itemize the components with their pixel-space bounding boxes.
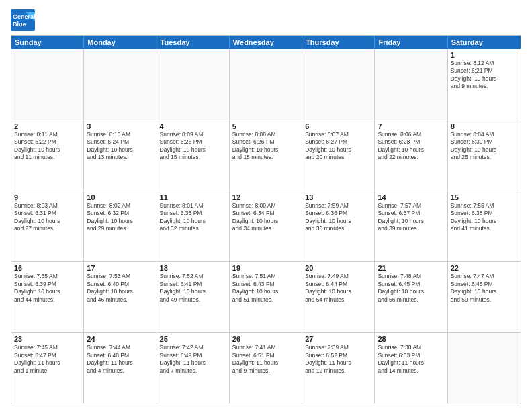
day-info: Sunrise: 7:59 AM Sunset: 6:36 PM Dayligh… (305, 202, 371, 233)
calendar-day-cell: 21Sunrise: 7:48 AM Sunset: 6:45 PM Dayli… (375, 262, 447, 332)
day-info: Sunrise: 8:08 AM Sunset: 6:26 PM Dayligh… (232, 131, 299, 162)
day-number: 28 (378, 335, 444, 343)
day-number: 17 (87, 264, 153, 272)
day-info: Sunrise: 7:44 AM Sunset: 6:48 PM Dayligh… (87, 344, 153, 375)
day-info: Sunrise: 7:41 AM Sunset: 6:51 PM Dayligh… (232, 344, 299, 375)
calendar-day-cell: 23Sunrise: 7:45 AM Sunset: 6:47 PM Dayli… (11, 333, 84, 404)
calendar-empty-cell (375, 49, 447, 120)
calendar-day-cell: 15Sunrise: 7:56 AM Sunset: 6:38 PM Dayli… (448, 191, 521, 262)
day-info: Sunrise: 7:45 AM Sunset: 6:47 PM Dayligh… (14, 344, 81, 375)
day-number: 9 (14, 193, 81, 201)
calendar-day-cell: 10Sunrise: 8:02 AM Sunset: 6:32 PM Dayli… (84, 191, 157, 262)
calendar-day-cell: 3Sunrise: 8:10 AM Sunset: 6:24 PM Daylig… (84, 120, 157, 191)
day-number: 1 (451, 51, 518, 59)
day-number: 7 (378, 122, 444, 130)
day-info: Sunrise: 7:56 AM Sunset: 6:38 PM Dayligh… (451, 202, 518, 233)
day-number: 22 (451, 264, 518, 272)
calendar-empty-cell (302, 49, 375, 120)
calendar-day-cell: 8Sunrise: 8:04 AM Sunset: 6:30 PM Daylig… (448, 120, 521, 191)
day-info: Sunrise: 8:06 AM Sunset: 6:28 PM Dayligh… (378, 131, 444, 162)
day-number: 14 (378, 193, 444, 201)
calendar-day-cell: 28Sunrise: 7:38 AM Sunset: 6:53 PM Dayli… (375, 333, 447, 404)
day-number: 19 (232, 264, 299, 272)
day-info: Sunrise: 8:12 AM Sunset: 6:21 PM Dayligh… (451, 60, 518, 91)
calendar-row: 1Sunrise: 8:12 AM Sunset: 6:21 PM Daylig… (11, 49, 521, 120)
calendar-day-cell: 22Sunrise: 7:47 AM Sunset: 6:46 PM Dayli… (448, 262, 521, 332)
day-number: 26 (232, 335, 299, 343)
calendar-day-cell: 2Sunrise: 8:11 AM Sunset: 6:22 PM Daylig… (11, 120, 84, 191)
day-info: Sunrise: 7:51 AM Sunset: 6:43 PM Dayligh… (232, 273, 299, 304)
day-number: 24 (87, 335, 153, 343)
weekday-header: Thursday (302, 36, 375, 49)
calendar-day-cell: 19Sunrise: 7:51 AM Sunset: 6:43 PM Dayli… (230, 262, 302, 332)
day-info: Sunrise: 7:55 AM Sunset: 6:39 PM Dayligh… (14, 273, 81, 304)
weekday-header: Tuesday (157, 36, 230, 49)
calendar: SundayMondayTuesdayWednesdayThursdayFrid… (11, 35, 521, 404)
calendar-row: 2Sunrise: 8:11 AM Sunset: 6:22 PM Daylig… (11, 120, 521, 191)
calendar-day-cell: 20Sunrise: 7:49 AM Sunset: 6:44 PM Dayli… (302, 262, 375, 332)
day-info: Sunrise: 7:53 AM Sunset: 6:40 PM Dayligh… (87, 273, 153, 304)
day-info: Sunrise: 7:42 AM Sunset: 6:49 PM Dayligh… (160, 344, 226, 375)
calendar-row: 23Sunrise: 7:45 AM Sunset: 6:47 PM Dayli… (11, 332, 521, 404)
header: General Blue (11, 7, 521, 31)
calendar-empty-cell (157, 49, 230, 120)
weekday-header: Friday (375, 36, 447, 49)
calendar-header: SundayMondayTuesdayWednesdayThursdayFrid… (11, 36, 521, 49)
day-info: Sunrise: 8:00 AM Sunset: 6:34 PM Dayligh… (232, 202, 299, 233)
day-number: 15 (451, 193, 518, 201)
weekday-header: Monday (84, 36, 157, 49)
day-number: 4 (160, 122, 226, 130)
day-info: Sunrise: 8:02 AM Sunset: 6:32 PM Dayligh… (87, 202, 153, 233)
calendar-day-cell: 17Sunrise: 7:53 AM Sunset: 6:40 PM Dayli… (84, 262, 157, 332)
day-number: 10 (87, 193, 153, 201)
calendar-day-cell: 12Sunrise: 8:00 AM Sunset: 6:34 PM Dayli… (230, 191, 302, 262)
page: General Blue SundayMondayTuesdayWednesda… (0, 0, 532, 411)
day-number: 25 (160, 335, 226, 343)
calendar-day-cell: 5Sunrise: 8:08 AM Sunset: 6:26 PM Daylig… (230, 120, 302, 191)
calendar-day-cell: 14Sunrise: 7:57 AM Sunset: 6:37 PM Dayli… (375, 191, 447, 262)
day-number: 3 (87, 122, 153, 130)
day-info: Sunrise: 8:03 AM Sunset: 6:31 PM Dayligh… (14, 202, 81, 233)
weekday-header: Wednesday (230, 36, 302, 49)
day-number: 23 (14, 335, 81, 343)
calendar-day-cell: 18Sunrise: 7:52 AM Sunset: 6:41 PM Dayli… (157, 262, 230, 332)
day-number: 16 (14, 264, 81, 272)
day-info: Sunrise: 8:11 AM Sunset: 6:22 PM Dayligh… (14, 131, 81, 162)
day-info: Sunrise: 8:07 AM Sunset: 6:27 PM Dayligh… (305, 131, 371, 162)
day-info: Sunrise: 7:57 AM Sunset: 6:37 PM Dayligh… (378, 202, 444, 233)
weekday-header: Saturday (448, 36, 521, 49)
day-number: 20 (305, 264, 371, 272)
calendar-day-cell: 6Sunrise: 8:07 AM Sunset: 6:27 PM Daylig… (302, 120, 375, 191)
day-info: Sunrise: 7:47 AM Sunset: 6:46 PM Dayligh… (451, 273, 518, 304)
calendar-day-cell: 25Sunrise: 7:42 AM Sunset: 6:49 PM Dayli… (157, 333, 230, 404)
day-info: Sunrise: 7:48 AM Sunset: 6:45 PM Dayligh… (378, 273, 444, 304)
day-info: Sunrise: 8:10 AM Sunset: 6:24 PM Dayligh… (87, 131, 153, 162)
day-number: 6 (305, 122, 371, 130)
day-number: 21 (378, 264, 444, 272)
svg-text:General: General (13, 13, 36, 20)
calendar-day-cell: 27Sunrise: 7:39 AM Sunset: 6:52 PM Dayli… (302, 333, 375, 404)
calendar-day-cell: 1Sunrise: 8:12 AM Sunset: 6:21 PM Daylig… (448, 49, 521, 120)
calendar-row: 16Sunrise: 7:55 AM Sunset: 6:39 PM Dayli… (11, 261, 521, 332)
day-number: 18 (160, 264, 226, 272)
day-number: 11 (160, 193, 226, 201)
day-number: 5 (232, 122, 299, 130)
calendar-day-cell: 16Sunrise: 7:55 AM Sunset: 6:39 PM Dayli… (11, 262, 84, 332)
day-number: 27 (305, 335, 371, 343)
calendar-day-cell: 4Sunrise: 8:09 AM Sunset: 6:25 PM Daylig… (157, 120, 230, 191)
calendar-empty-cell (84, 49, 157, 120)
logo-icon: General Blue (11, 9, 36, 31)
calendar-day-cell: 13Sunrise: 7:59 AM Sunset: 6:36 PM Dayli… (302, 191, 375, 262)
day-info: Sunrise: 7:49 AM Sunset: 6:44 PM Dayligh… (305, 273, 371, 304)
calendar-body: 1Sunrise: 8:12 AM Sunset: 6:21 PM Daylig… (11, 49, 521, 404)
day-number: 13 (305, 193, 371, 201)
day-info: Sunrise: 8:04 AM Sunset: 6:30 PM Dayligh… (451, 131, 518, 162)
calendar-empty-cell (448, 333, 521, 404)
calendar-day-cell: 26Sunrise: 7:41 AM Sunset: 6:51 PM Dayli… (230, 333, 302, 404)
calendar-row: 9Sunrise: 8:03 AM Sunset: 6:31 PM Daylig… (11, 191, 521, 262)
calendar-empty-cell (11, 49, 84, 120)
weekday-header: Sunday (11, 36, 84, 49)
day-info: Sunrise: 8:09 AM Sunset: 6:25 PM Dayligh… (160, 131, 226, 162)
day-number: 8 (451, 122, 518, 130)
day-info: Sunrise: 7:52 AM Sunset: 6:41 PM Dayligh… (160, 273, 226, 304)
